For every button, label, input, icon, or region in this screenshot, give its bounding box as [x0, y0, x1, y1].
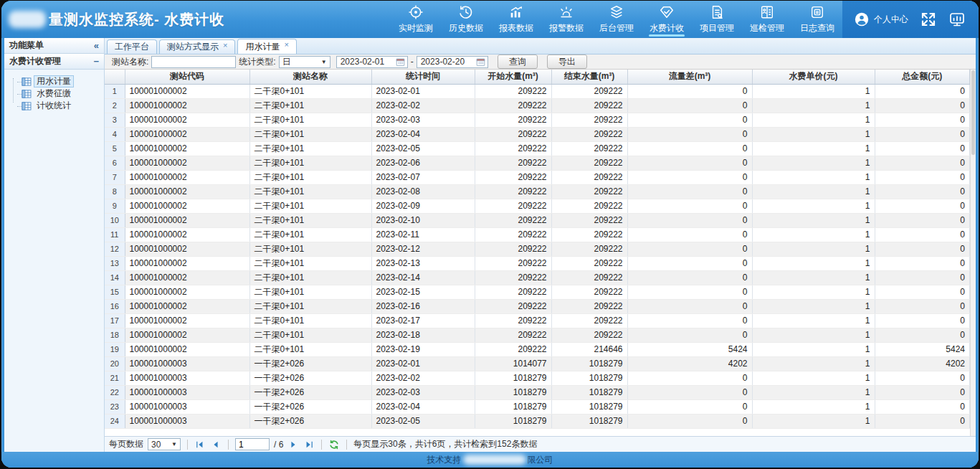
section-collapse-icon[interactable]: −	[93, 56, 99, 67]
column-header-7[interactable]: 水费单价(元)	[752, 70, 875, 84]
sidebar-item-3[interactable]: 计收统计	[9, 100, 101, 112]
table-cell: 0	[875, 385, 970, 399]
export-button[interactable]: 导出	[547, 55, 587, 69]
row-number-cell: 16	[105, 299, 125, 313]
stat-type-select[interactable]: 日 ▼	[279, 56, 330, 68]
table-row[interactable]: 19100001000002二干渠0+1012023-02-1920922221…	[105, 342, 970, 356]
page-number-input[interactable]	[235, 438, 270, 450]
table-row[interactable]: 3100001000002二干渠0+1012023-02-03209222209…	[105, 113, 970, 127]
column-header-8[interactable]: 总金额(元)	[875, 70, 970, 84]
column-header-5[interactable]: 结束水量(m³)	[551, 70, 627, 84]
tab-1[interactable]: 工作平台	[107, 39, 157, 54]
table-row[interactable]: 12100001000002二干渠0+1012023-02-1220922220…	[105, 242, 970, 256]
scrollbar-thumb[interactable]	[971, 70, 975, 155]
refresh-button[interactable]	[328, 439, 340, 450]
nav-item-diamond-check[interactable]: 水费计收	[642, 1, 692, 38]
total-pages-label: / 6	[274, 440, 283, 450]
table-scrollbar[interactable]	[970, 70, 976, 436]
table-row[interactable]: 8100001000002二干渠0+1012023-02-08209222209…	[105, 184, 970, 199]
date-from-value: 2023-02-01	[341, 57, 384, 67]
row-number-cell: 4	[105, 127, 125, 141]
per-page-select[interactable]: 30 ▼	[148, 438, 181, 450]
table-cell: 100001000002	[125, 170, 249, 184]
table-row[interactable]: 9100001000002二干渠0+1012023-02-09209222209…	[105, 199, 970, 213]
table-cell: 209222	[475, 113, 551, 127]
table-cell: 100001000002	[125, 141, 249, 156]
nav-item-project-doc[interactable]: 项目管理	[692, 1, 742, 38]
tab-2[interactable]: 测站方式显示×	[159, 39, 235, 54]
tab-close-icon[interactable]: ×	[284, 41, 288, 48]
pagination-summary: 每页显示30条，共计6页，共计检索到152条数据	[353, 438, 537, 450]
table-row[interactable]: 1100001000002二干渠0+1012023-02-01209222209…	[105, 84, 970, 98]
row-number-cell: 6	[105, 156, 125, 170]
table-row[interactable]: 24100001000003一干渠2+0262023-02-0510182791…	[105, 414, 970, 428]
table-row[interactable]: 14100001000002二干渠0+1012023-02-1420922220…	[105, 270, 970, 285]
tab-3[interactable]: 用水计量×	[237, 39, 296, 54]
date-from-input[interactable]: 2023-02-01	[336, 56, 408, 68]
sidebar-item-label: 水费征缴	[34, 88, 73, 99]
table-row[interactable]: 20100001000003一干渠2+0262023-02-0110140771…	[105, 356, 970, 371]
table-row[interactable]: 23100001000003一干渠2+0262023-02-0410182791…	[105, 399, 970, 414]
next-page-button[interactable]	[287, 439, 299, 450]
table-row[interactable]: 21100001000003一干渠2+0262023-02-0210182791…	[105, 371, 970, 385]
sidebar-item-1[interactable]: 用水计量	[9, 75, 101, 87]
table-row[interactable]: 11100001000002二干渠0+1012023-02-1120922220…	[105, 227, 970, 242]
nav-item-realtime-target[interactable]: 实时监测	[391, 1, 441, 38]
table-cell: 100001000002	[125, 328, 249, 342]
content-area: 功能菜单 « 水费计收管理 − 用水计量水费征缴计收统计 工作平台测站方式显示×…	[1, 38, 979, 452]
table-row[interactable]: 22100001000003一干渠2+0262023-02-0310182791…	[105, 385, 970, 399]
table-cell: 1014077	[475, 356, 551, 371]
table-row[interactable]: 2100001000002二干渠0+1012023-02-02209222209…	[105, 98, 970, 113]
table-row[interactable]: 10100001000002二干渠0+1012023-02-1020922220…	[105, 213, 970, 227]
table-row[interactable]: 17100001000002二干渠0+1012023-02-1720922220…	[105, 313, 970, 328]
nav-item-alarm-light[interactable]: 报警数据	[541, 1, 591, 38]
table-row[interactable]: 15100001000002二干渠0+1012023-02-1520922220…	[105, 285, 970, 299]
table-cell: 209222	[551, 227, 627, 242]
table-cell: 209222	[551, 184, 627, 199]
table-cell: 二干渠0+101	[249, 98, 371, 113]
table-cell: 209222	[475, 285, 551, 299]
monitor-chart-icon	[948, 11, 966, 28]
table-row[interactable]: 16100001000002二干渠0+1012023-02-1620922220…	[105, 299, 970, 313]
table-row[interactable]: 18100001000002二干渠0+1012023-02-1820922220…	[105, 328, 970, 342]
table-row[interactable]: 5100001000002二干渠0+1012023-02-05209222209…	[105, 141, 970, 156]
user-center-label: 个人中心	[874, 14, 908, 26]
column-header-4[interactable]: 开始水量(m³)	[475, 70, 551, 84]
nav-item-inspection-book[interactable]: 巡检管理	[742, 1, 792, 38]
table-row[interactable]: 4100001000002二干渠0+1012023-02-04209222209…	[105, 127, 970, 141]
column-header-3[interactable]: 统计时间	[371, 70, 475, 84]
table-cell: 二干渠0+101	[249, 113, 371, 127]
table-cell: 209222	[475, 184, 551, 199]
table-cell: 100001000002	[125, 113, 249, 127]
date-to-input[interactable]: 2023-02-20	[417, 56, 488, 68]
fullscreen-button[interactable]	[920, 11, 937, 28]
user-center-button[interactable]: 个人中心	[854, 11, 908, 27]
dashboard-button[interactable]	[948, 11, 966, 28]
sidebar-section-header[interactable]: 水费计收管理 −	[4, 54, 104, 70]
column-header-1[interactable]: 测站代码	[125, 70, 249, 84]
calendar-icon	[476, 57, 485, 67]
tab-label: 工作平台	[115, 41, 149, 53]
nav-item-log-calendar[interactable]: 日志查询	[792, 1, 842, 38]
tab-close-icon[interactable]: ×	[223, 42, 227, 49]
nav-item-layers[interactable]: 后台管理	[591, 1, 642, 38]
nav-item-report-chart[interactable]: 报表数据	[491, 1, 541, 38]
table-cell: 100001000003	[125, 385, 249, 399]
table-cell: 209222	[551, 98, 627, 113]
prev-page-button[interactable]	[210, 439, 222, 450]
table-cell: 0	[875, 285, 970, 299]
station-name-input[interactable]	[151, 56, 236, 68]
first-page-button[interactable]	[194, 439, 206, 450]
column-header-6[interactable]: 流量差(m³)	[627, 70, 752, 84]
table-cell: 0	[875, 270, 970, 285]
last-page-button[interactable]	[303, 439, 315, 450]
sidebar-item-2[interactable]: 水费征缴	[9, 87, 101, 100]
pagination-bar: 每页数据 30 ▼ / 6 每页显示30条，共计6页，共计检索到152条数据	[105, 436, 976, 452]
table-row[interactable]: 6100001000002二干渠0+1012023-02-06209222209…	[105, 156, 970, 170]
table-row[interactable]: 13100001000002二干渠0+1012023-02-1320922220…	[105, 256, 970, 270]
nav-item-history-clock[interactable]: 历史数据	[441, 1, 491, 38]
sidebar-collapse-button[interactable]: «	[94, 40, 99, 51]
query-button[interactable]: 查询	[498, 55, 538, 69]
column-header-2[interactable]: 测站名称	[249, 70, 371, 84]
table-row[interactable]: 7100001000002二干渠0+1012023-02-07209222209…	[105, 170, 970, 184]
